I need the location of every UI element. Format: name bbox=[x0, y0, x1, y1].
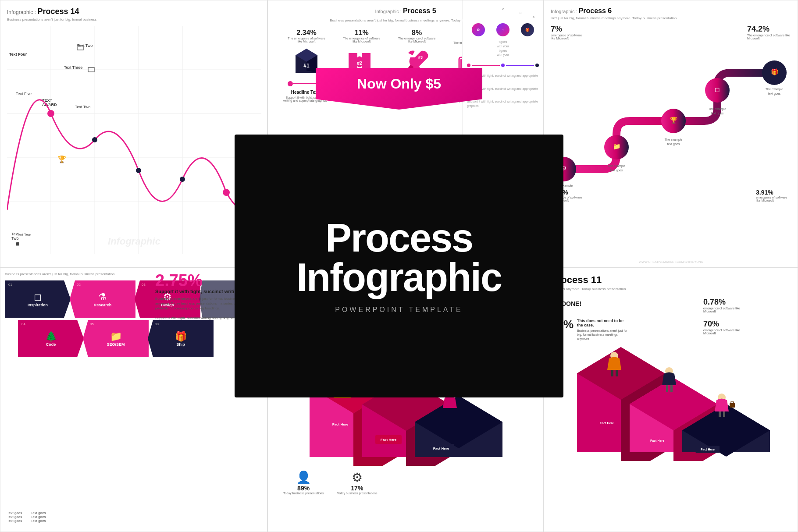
p1-line-chart: 🏆 Text Two ⬛ bbox=[7, 26, 261, 254]
p4-arrow-ship: 08 🎁 Ship bbox=[148, 320, 214, 357]
svg-text:◻: ◻ bbox=[715, 86, 720, 93]
overlay-title-line1: Process bbox=[325, 218, 473, 258]
svg-rect-86 bbox=[719, 411, 721, 417]
p3-subtitle: isn't just for big, formal business meet… bbox=[551, 16, 791, 20]
svg-text:Fact Here: Fact Here bbox=[381, 438, 397, 442]
p4-arrow-seo: 05 📁 SEO/SEM bbox=[83, 320, 149, 357]
p4-arrow-research: 02 ⚗ Research bbox=[70, 280, 135, 318]
svg-text:text goes: text goes bbox=[667, 142, 680, 146]
p1-infographic-watermark: Infographic bbox=[108, 236, 160, 247]
svg-text:The example: The example bbox=[709, 107, 727, 111]
p6-stats-area: ✓ DONE! 33% This does not need to be the… bbox=[551, 298, 791, 340]
svg-point-9 bbox=[92, 137, 97, 142]
p6-left-stats: ✓ DONE! 33% This does not need to be the… bbox=[551, 298, 697, 340]
svg-rect-81 bbox=[616, 370, 618, 376]
p6-title: Process 11 bbox=[551, 274, 791, 286]
p4-arrow-inspiration: 01 ◻ Inspiration bbox=[5, 280, 71, 318]
p4-grid-col1: Text goes Text goes Text goes bbox=[7, 511, 22, 523]
svg-text:#1: #1 bbox=[303, 63, 310, 69]
p3-bottom-stat-2: 3.91% emergence of software like Microso… bbox=[756, 189, 791, 202]
p6-subtitle: meetings anymore. Today business present… bbox=[551, 287, 791, 291]
p4-inspiration-label: Inspiration bbox=[28, 303, 48, 307]
svg-point-12 bbox=[223, 189, 230, 196]
p2-percent-2: 11% bbox=[355, 29, 369, 37]
svg-text:#2: #2 bbox=[357, 60, 362, 66]
p5-icon-person: 👤 89% Today business presentations bbox=[283, 470, 324, 495]
extra-step-label-4: 4 bbox=[528, 15, 539, 19]
svg-point-11 bbox=[180, 177, 185, 182]
svg-text:📁: 📁 bbox=[613, 143, 621, 150]
svg-text:🎁: 🎁 bbox=[771, 68, 779, 76]
svg-text:Fact Here: Fact Here bbox=[650, 439, 664, 442]
p4-code-label: Code bbox=[46, 342, 56, 347]
p3-url: WWW.CREATIVEMARKET.COM/SHIROYUNA bbox=[639, 260, 703, 263]
extra-step-label-2: 2 bbox=[467, 7, 539, 11]
p2-percent-1: 2.34% bbox=[296, 29, 316, 37]
p4-ship-label: Ship bbox=[176, 342, 185, 347]
p4-bottom-grid: Text goes Text goes Text goes Text goes … bbox=[7, 511, 46, 523]
p2-percent-3: 8% bbox=[412, 29, 422, 37]
svg-text:Fact Here: Fact Here bbox=[332, 422, 349, 426]
p1-title: Infographic : Process 14 bbox=[7, 7, 260, 16]
svg-text:text goes: text goes bbox=[610, 169, 623, 172]
svg-point-10 bbox=[136, 168, 141, 173]
svg-rect-16 bbox=[77, 46, 83, 50]
p2-desc-2: The emergence of software like Microsoft bbox=[342, 37, 381, 43]
p3-snake-path: ⚙ 📁 🏆 ◻ 🎁 The example text goes The exam… bbox=[551, 46, 791, 187]
svg-text:⬛: ⬛ bbox=[16, 242, 20, 246]
extra-step-label-3: 3 bbox=[502, 11, 539, 15]
p3-stat-2: 74.2% The emergence of software like Mic… bbox=[747, 25, 791, 40]
p3-stat-1: 7% emergence of software like Microsoft bbox=[551, 25, 586, 40]
p6-done-area: ✓ DONE! bbox=[551, 298, 697, 310]
svg-text:Fact Here: Fact Here bbox=[433, 447, 449, 450]
overlay-title-line2: Infographic bbox=[296, 258, 502, 297]
svg-rect-80 bbox=[611, 370, 613, 376]
svg-text:The example: The example bbox=[608, 164, 626, 168]
panel-arrows: Business presentations aren't just for b… bbox=[0, 267, 267, 532]
svg-text:Fact Here: Fact Here bbox=[600, 422, 614, 425]
p3-bottom-stats: 0.75% emergence of software like Microso… bbox=[551, 189, 791, 202]
p6-stat-33: 33% This does not need to be the case. B… bbox=[551, 319, 697, 340]
svg-text:#3: #3 bbox=[418, 55, 423, 60]
svg-rect-89 bbox=[731, 402, 734, 404]
p1-subtitle: Business presentations aren't just for b… bbox=[7, 18, 260, 21]
svg-text:🏆: 🏆 bbox=[57, 155, 66, 163]
p3-stats-row: 7% emergence of software like Microsoft … bbox=[551, 25, 791, 40]
p1-chart-area: Text Four Text Two Text Three Text Five … bbox=[7, 26, 261, 254]
p4-grid-col2: Text goes Text goes Text goes bbox=[31, 511, 46, 523]
p2-desc-1: The emergence of software like Microsoft bbox=[287, 37, 326, 43]
p4-seo-label: SEO/SEM bbox=[107, 342, 125, 347]
p1-text-two3-label: TextTwo bbox=[11, 232, 19, 241]
p6-iso-visual: Fact Here Fact Here Fact Here bbox=[551, 347, 791, 461]
price-badge-text: Now Only $5 bbox=[357, 76, 441, 92]
svg-text:The example: The example bbox=[766, 88, 784, 91]
svg-text:The example: The example bbox=[665, 138, 683, 142]
overlay-subtitle: POWERPOINT TEMPLATE bbox=[335, 306, 463, 314]
p4-bottom-arrows: 04 🌲 Code 05 📁 SEO/SEM 08 🎁 Ship bbox=[5, 320, 263, 357]
svg-rect-84 bbox=[670, 385, 673, 392]
p4-research-label: Research bbox=[94, 303, 112, 307]
p4-arrow-code: 04 🌲 Code bbox=[18, 320, 84, 357]
p5-icon-gear: ⚙ 17% Today business presentations bbox=[337, 470, 377, 495]
svg-text:text goes: text goes bbox=[711, 112, 724, 115]
svg-text:text goes: text goes bbox=[768, 92, 781, 96]
p6-stat-078: 0.78% emergence of software like Microso… bbox=[703, 298, 791, 313]
svg-text:Fact Here: Fact Here bbox=[701, 448, 715, 451]
p5-icons-row: 👤 89% Today business presentations ⚙ 17%… bbox=[274, 470, 537, 495]
p6-stat-70: 70% emergence of software like Microsoft bbox=[703, 319, 791, 335]
svg-rect-83 bbox=[666, 385, 668, 392]
center-overlay: Process Infographic POWERPOINT TEMPLATE bbox=[235, 135, 563, 397]
svg-text:🏆: 🏆 bbox=[670, 117, 678, 124]
svg-rect-87 bbox=[723, 411, 725, 417]
panel-process6: Infographic : Process 6 isn't just for b… bbox=[544, 0, 798, 267]
p3-title: Infographic : Process 6 bbox=[551, 7, 791, 15]
p6-right-stats: 0.78% emergence of software like Microso… bbox=[703, 298, 791, 340]
svg-point-8 bbox=[47, 110, 54, 117]
panel-process14: Infographic : Process 14 Business presen… bbox=[0, 0, 267, 267]
p2-desc-3: The emergence of software like Microsoft bbox=[397, 37, 437, 43]
panel-process11: Process 11 meetings anymore. Today busin… bbox=[544, 267, 798, 532]
